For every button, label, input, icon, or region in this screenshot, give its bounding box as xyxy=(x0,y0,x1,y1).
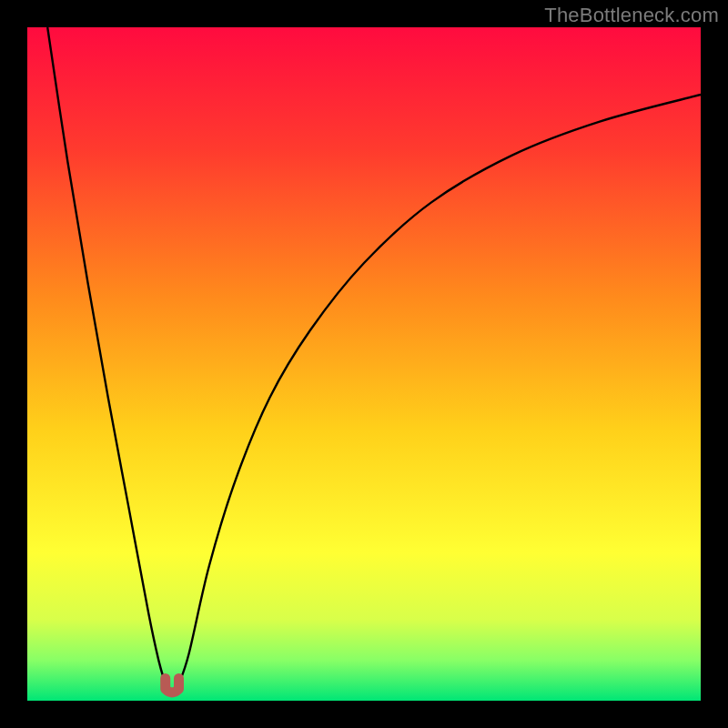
chart-stage: TheBottleneck.com xyxy=(0,0,728,728)
bottleneck-chart xyxy=(0,0,728,728)
attribution-label: TheBottleneck.com xyxy=(544,4,719,27)
plot-background xyxy=(27,27,701,701)
